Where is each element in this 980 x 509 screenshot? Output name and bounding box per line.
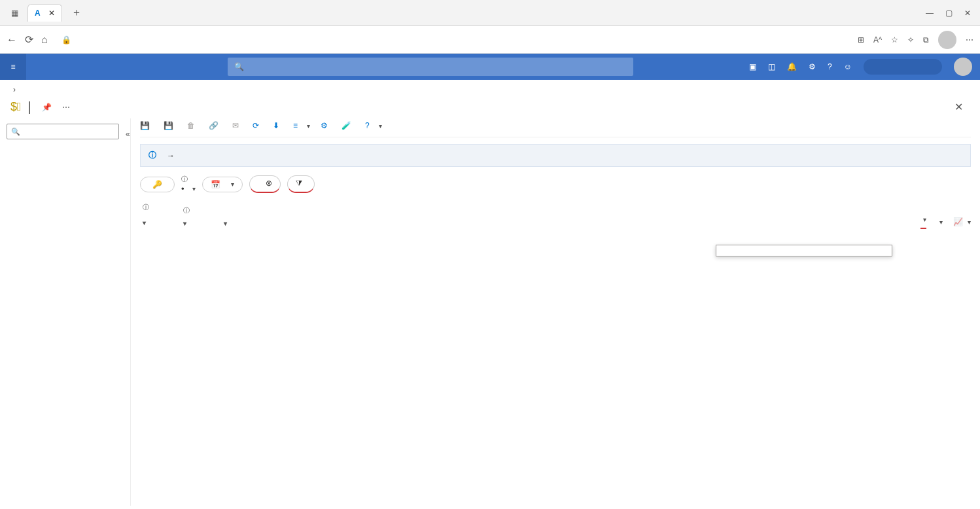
service-filter-pill[interactable]: ⊗ (249, 175, 281, 193)
save-as-button[interactable]: 💾 (164, 121, 177, 130)
collections-icon[interactable]: ✧ (907, 35, 914, 44)
chart-tooltip (716, 245, 892, 256)
more-icon[interactable]: ⋯ (966, 35, 973, 44)
more-title-icon[interactable]: ⋯ (62, 103, 70, 112)
download-button[interactable]: ⬇ (273, 121, 283, 130)
sidebar-search[interactable]: 🔍 (7, 124, 119, 139)
directories-icon[interactable]: ◫ (768, 62, 775, 71)
back-icon[interactable]: ← (7, 34, 17, 46)
share-button[interactable]: 🔗 (209, 121, 222, 130)
close-blade-icon[interactable]: ✕ (954, 101, 970, 113)
arrow-icon: → (167, 151, 175, 160)
maximize-window-icon[interactable]: ▢ (945, 9, 953, 18)
info-icon: ⓘ (149, 150, 156, 161)
key-icon: 🔑 (152, 180, 162, 189)
breadcrumb: › (0, 80, 980, 99)
subscribe-button: ✉ (232, 121, 242, 130)
kpi-row: ⓘ ⓘ 📈 (140, 203, 971, 229)
azure-header: ≡ 🔍 ▣ ◫ 🔔 ⚙ ? ☺ (0, 54, 980, 80)
new-tab-button[interactable]: ＋ (66, 3, 87, 22)
read-aloud-icon[interactable]: Aᴬ (873, 35, 882, 44)
help-icon[interactable]: ? (828, 62, 832, 71)
azure-search-input[interactable] (249, 62, 627, 72)
account-pill[interactable] (864, 59, 942, 75)
filter-icon: ⧩ (296, 179, 302, 188)
address-bar[interactable]: 🔒 (56, 32, 850, 48)
azure-favicon-icon: A (35, 9, 41, 18)
close-window-icon[interactable]: ✕ (964, 9, 971, 18)
toolbar: 💾 💾 🗑 🔗 ✉ ⟳ ⬇ ≡ ⚙ 🧪 ? (140, 118, 971, 137)
cost-area-chart[interactable] (140, 238, 971, 362)
kpi-forecast: ⓘ (181, 206, 190, 229)
collapse-sidebar-icon[interactable]: « (126, 130, 130, 139)
user-avatar[interactable] (954, 58, 972, 76)
sidebar-search-input[interactable] (24, 128, 114, 135)
calendar-icon: 📅 (211, 180, 220, 189)
address-bar-row: ← ⟳ ⌂ 🔒 ⊞ Aᴬ ☆ ✧ ⧉ ⋯ (0, 26, 980, 54)
date-range-pill[interactable]: 📅 (202, 177, 243, 192)
browser-profile-avatar[interactable] (938, 31, 956, 49)
save-button[interactable]: 💾 (140, 121, 153, 130)
sidebar: 🔍 « (0, 118, 131, 506)
settings-icon[interactable]: ⚙ (809, 62, 816, 71)
home-icon[interactable]: ⌂ (41, 34, 48, 46)
refresh-button[interactable]: ⟳ (253, 121, 262, 130)
kpi-actual: ⓘ (140, 203, 149, 229)
area-chart-icon: 📈 (953, 217, 963, 226)
kpi-budget (221, 215, 227, 229)
browser-tab-active[interactable]: A ✕ (27, 4, 62, 22)
delete-view-button: 🗑 (187, 121, 198, 130)
cost-icon: $⃝ (10, 100, 22, 114)
feedback-banner[interactable]: ⓘ → (140, 144, 971, 167)
scope-pill[interactable]: 🔑 (140, 177, 175, 192)
close-tab-icon[interactable]: ✕ (48, 9, 55, 18)
cloud-shell-icon[interactable]: ▣ (749, 62, 756, 71)
granularity-selector[interactable] (937, 217, 943, 226)
azure-search-box[interactable]: 🔍 (228, 58, 633, 76)
favorite-icon[interactable]: ☆ (891, 35, 898, 44)
chart-type-selector[interactable]: 📈 (953, 217, 971, 226)
feedback-icon[interactable]: ☺ (844, 62, 852, 71)
remove-filter-icon[interactable]: ⊗ (266, 179, 272, 188)
cost-by-resource-button[interactable]: ≡ (293, 121, 310, 130)
tabs-overview-icon[interactable]: ▦ (5, 4, 24, 22)
notifications-icon[interactable]: 🔔 (787, 62, 797, 71)
page-title: | (28, 99, 31, 114)
extensions-icon[interactable]: ⊞ (858, 35, 864, 44)
filter-row: 🔑 ⓘ • 📅 ⊗ ⧩ (140, 175, 971, 194)
help-button[interactable]: ? (365, 121, 382, 130)
view-selector[interactable]: ⓘ • (181, 175, 196, 194)
menu-icon[interactable]: ≡ (0, 54, 26, 80)
browser-tabs-bar: ▦ A ✕ ＋ — ▢ ✕ (0, 0, 980, 26)
refresh-icon[interactable]: ⟳ (25, 33, 33, 46)
configure-button[interactable]: ⚙ (321, 121, 331, 130)
add-filter-pill[interactable]: ⧩ (287, 175, 315, 193)
pin-icon[interactable]: 📌 (42, 103, 52, 112)
group-by-selector[interactable] (920, 215, 926, 229)
minimize-window-icon[interactable]: — (926, 9, 934, 18)
content-area: 💾 💾 🗑 🔗 ✉ ⟳ ⬇ ≡ ⚙ 🧪 ? ⓘ → 🔑 ⓘ (131, 118, 980, 506)
page-title-row: $⃝ | 📌 ⋯ ✕ (0, 99, 980, 114)
addons-icon[interactable]: ⧉ (923, 35, 929, 44)
lock-icon: 🔒 (61, 35, 71, 44)
search-icon: 🔍 (234, 62, 244, 71)
try-preview-button[interactable]: 🧪 (341, 121, 355, 130)
